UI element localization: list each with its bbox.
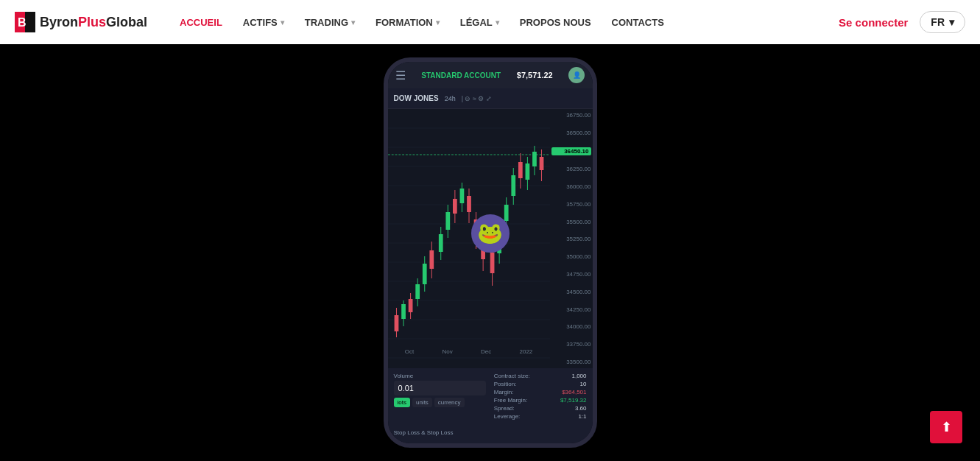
svg-rect-22 [408, 299, 412, 312]
position-value: 10 [580, 381, 587, 387]
free-margin-label: Free Margin: [494, 397, 527, 404]
svg-rect-38 [467, 196, 471, 212]
nav-formation[interactable]: FORMATION ▾ [365, 0, 450, 44]
header: B ByronPlusGlobal ACCUEIL ACTIFS ▾ TRADI… [0, 0, 980, 44]
nav-contacts[interactable]: CONTACTS [602, 0, 674, 44]
svg-rect-28 [429, 250, 434, 269]
header-right: Se connecter FR ▾ [839, 11, 965, 33]
nav-actifs[interactable]: ACTIFS ▾ [233, 0, 295, 44]
leverage-label: Leverage: [494, 413, 521, 420]
free-margin-value: $7,519.32 [560, 397, 587, 404]
account-balance: $7,571.22 [517, 71, 553, 80]
price-35250: 35250.00 [551, 236, 591, 242]
price-35750: 35750.00 [551, 201, 591, 208]
main-nav: ACCUEIL ACTIFS ▾ TRADING ▾ FORMATION ▾ L… [169, 0, 839, 44]
arrow-up-icon: ⬆ [941, 420, 952, 434]
position-row: Position: 10 [494, 381, 587, 387]
stop-loss-value: Not set [394, 443, 412, 443]
svg-rect-18 [394, 315, 398, 331]
svg-rect-36 [459, 189, 464, 203]
margin-label: Margin: [494, 389, 514, 395]
timeline-oct: Oct [405, 348, 414, 355]
volume-input[interactable]: 0.01 [394, 381, 487, 395]
nav-trading[interactable]: TRADING ▾ [295, 0, 365, 44]
chart-area: DOW JONES 24h | ⊖ ≈ ⚙ ⤢ [388, 88, 593, 368]
tab-units[interactable]: units [412, 398, 432, 407]
current-price-label: 36450.10 [551, 147, 591, 155]
candlestick-chart [388, 109, 550, 368]
nav-accueil[interactable]: ACCUEIL [169, 0, 233, 44]
volume-label: Volume [394, 373, 487, 379]
language-selector[interactable]: FR ▾ [920, 11, 965, 33]
price-36250: 36250.00 [551, 166, 591, 172]
timeline-2022: 2022 [520, 348, 533, 355]
contract-size-label: Contract size: [494, 373, 530, 379]
hamburger-icon[interactable]: ☰ [395, 68, 406, 82]
scroll-to-top-button[interactable]: ⬆ [930, 411, 962, 443]
svg-rect-26 [422, 264, 426, 284]
chart-toolbar: DOW JONES 24h | ⊖ ≈ ⚙ ⤢ [388, 88, 593, 109]
chart-canvas: 36750.00 36500.00 36450.10 36250.00 3600… [388, 109, 593, 368]
contract-info: Contract size: 1,000 Position: 10 Margin… [494, 373, 587, 421]
price-34750: 34750.00 [551, 271, 591, 278]
volume-section: Volume 0.01 lots units currency [394, 373, 487, 407]
svg-rect-44 [490, 253, 494, 273]
svg-rect-24 [415, 284, 420, 299]
chevron-down-icon: ▾ [351, 18, 355, 27]
margin-value: $364,501 [562, 389, 586, 395]
svg-rect-30 [438, 234, 443, 252]
nav-propos[interactable]: PROPOS NOUS [510, 0, 602, 44]
price-33750: 33750.00 [551, 341, 591, 348]
tab-currency[interactable]: currency [434, 398, 465, 407]
timeline-nov: Nov [442, 348, 452, 355]
chevron-down-icon: ▾ [436, 18, 440, 27]
leverage-row: Leverage: 1:1 [494, 413, 587, 420]
chart-timeframe[interactable]: 24h [445, 95, 456, 102]
position-label: Position: [494, 381, 517, 387]
main-content: ☰ STANDARD ACCOUNT $7,571.22 👤 DOW JONES… [0, 44, 980, 461]
margin-row: Margin: $364,501 [494, 389, 587, 395]
chevron-down-icon: ▾ [949, 16, 954, 28]
tab-lots[interactable]: lots [394, 398, 410, 407]
chevron-down-icon: ▾ [281, 18, 284, 27]
phone-mockup: ☰ STANDARD ACCOUNT $7,571.22 👤 DOW JONES… [384, 57, 597, 448]
chart-timeline: Oct Nov Dec 2022 [388, 348, 550, 355]
price-36500: 36500.00 [551, 130, 591, 136]
logo[interactable]: B ByronPlusGlobal [15, 12, 147, 32]
free-margin-row: Free Margin: $7,519.32 [494, 397, 587, 404]
timeline-dec: Dec [481, 348, 491, 355]
chevron-down-icon: ▾ [496, 18, 499, 27]
chart-indicator-icon[interactable]: | ⊖ ≈ ⚙ ⤢ [462, 95, 492, 102]
spread-label: Spread: [494, 405, 515, 412]
volume-tabs: lots units currency [394, 398, 487, 407]
logo-text: ByronPlusGlobal [40, 15, 147, 30]
contract-size-value: 1,000 [571, 373, 586, 379]
svg-rect-3 [388, 109, 550, 368]
stop-loss-row: Stop Loss & Stop Loss Not set [394, 424, 587, 443]
logo-icon: B [15, 12, 35, 32]
chart-symbol: DOW JONES [394, 94, 439, 102]
phone-header: ☰ STANDARD ACCOUNT $7,571.22 👤 [388, 62, 593, 88]
trade-top-row: Volume 0.01 lots units currency Contract… [394, 373, 587, 421]
svg-rect-32 [445, 212, 450, 230]
se-connecter-button[interactable]: Se connecter [839, 16, 908, 29]
price-35000: 35000.00 [551, 253, 591, 260]
avatar[interactable]: 👤 [568, 67, 585, 83]
svg-rect-56 [532, 152, 537, 166]
account-type: STANDARD ACCOUNT [421, 71, 501, 80]
nav-legal[interactable]: LÉGAL ▾ [450, 0, 510, 44]
contract-size-row: Contract size: 1,000 [494, 373, 587, 379]
svg-rect-58 [539, 157, 543, 170]
svg-rect-1 [25, 12, 35, 32]
price-34250: 34250.00 [551, 306, 591, 313]
svg-rect-52 [518, 162, 522, 178]
price-34000: 34000.00 [551, 323, 591, 330]
price-36750: 36750.00 [551, 112, 591, 119]
svg-rect-34 [453, 199, 457, 214]
svg-rect-20 [401, 304, 406, 319]
svg-text:B: B [18, 16, 27, 29]
stop-loss-label: Stop Loss & Stop Loss [394, 429, 454, 436]
spread-value: 3.60 [575, 405, 587, 412]
character-avatar: 🐸 [471, 214, 510, 253]
phone-screen: ☰ STANDARD ACCOUNT $7,571.22 👤 DOW JONES… [388, 62, 593, 443]
